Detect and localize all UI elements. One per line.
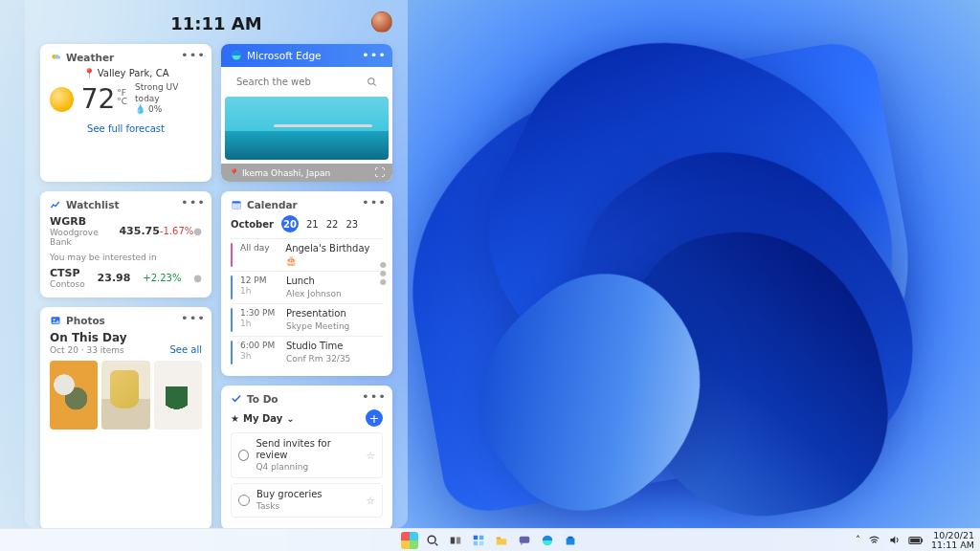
calendar-days[interactable]: October 20 21 22 23 xyxy=(231,215,383,232)
checkbox-icon[interactable] xyxy=(238,495,250,506)
edge-icon xyxy=(231,50,242,61)
edge-image xyxy=(225,97,389,160)
search-button[interactable] xyxy=(424,532,441,549)
photo-thumb[interactable] xyxy=(50,361,98,430)
more-icon[interactable]: ••• xyxy=(181,311,206,325)
svg-rect-23 xyxy=(922,539,923,542)
watchlist-widget[interactable]: Watchlist ••• WGRBWoodgrove Bank 435.75 … xyxy=(40,191,212,298)
edge-caption: Ikema Ohashi, Japan xyxy=(242,168,330,178)
todo-task[interactable]: Send invites for reviewQ4 planning ☆ xyxy=(231,432,383,478)
todo-title: To Do xyxy=(247,393,278,405)
svg-point-2 xyxy=(368,78,374,84)
todo-task[interactable]: Buy groceriesTasks ☆ xyxy=(231,483,383,518)
weather-precip: 💧 0% xyxy=(135,104,202,116)
widgets-panel: 11:11 AM Weather ••• 📍 Valley Park, CA 7… xyxy=(25,0,408,528)
svg-rect-16 xyxy=(497,537,501,539)
stocks-icon xyxy=(50,199,61,210)
calendar-icon xyxy=(231,199,242,210)
taskbar-datetime[interactable]: 10/20/2111:11 AM xyxy=(931,531,974,550)
user-avatar[interactable] xyxy=(371,11,392,33)
panel-clock: 11:11 AM xyxy=(170,13,261,33)
calendar-event[interactable]: All day Angela's Birthday 🎂 xyxy=(231,238,383,271)
volume-icon[interactable] xyxy=(888,534,901,546)
photos-sub: Oct 20 · 33 items xyxy=(50,345,124,355)
system-tray[interactable]: ˄ 10/20/2111:11 AM xyxy=(856,531,974,550)
calendar-event[interactable]: 6:00 PM3h Studio TimeConf Rm 32/35 xyxy=(231,336,383,368)
watchlist-hint: You may be interested in xyxy=(50,253,202,262)
forecast-link[interactable]: See full forecast xyxy=(50,123,202,134)
svg-rect-19 xyxy=(567,538,575,544)
svg-rect-11 xyxy=(457,537,460,543)
photos-title: Photos xyxy=(66,315,105,326)
weather-icon xyxy=(50,52,61,63)
more-icon[interactable]: ••• xyxy=(362,48,387,62)
svg-rect-13 xyxy=(479,535,483,539)
search-icon xyxy=(367,77,377,87)
checkbox-icon[interactable] xyxy=(238,450,249,461)
task-view-button[interactable] xyxy=(447,532,464,549)
svg-rect-22 xyxy=(910,538,920,541)
sun-icon xyxy=(50,87,74,112)
watchlist-title: Watchlist xyxy=(66,199,119,210)
more-icon[interactable]: ••• xyxy=(362,389,387,404)
taskbar-center xyxy=(401,532,579,549)
edge-widget[interactable]: Microsoft Edge ••• Search the web 📍 Ikem… xyxy=(221,44,392,182)
chevron-down-icon: ⌄ xyxy=(286,413,294,424)
photos-widget[interactable]: Photos ••• On This Day Oct 20 · 33 items… xyxy=(40,307,212,528)
more-icon[interactable]: ••• xyxy=(181,48,206,62)
svg-rect-17 xyxy=(520,536,530,542)
expand-icon[interactable]: ⛶ xyxy=(374,166,385,179)
svg-line-3 xyxy=(374,84,376,86)
weather-location: 📍 Valley Park, CA xyxy=(50,68,202,78)
edge-button[interactable] xyxy=(539,532,556,549)
calendar-widget[interactable]: Calendar ••• October 20 21 22 23 All day… xyxy=(221,191,392,376)
widgets-button[interactable] xyxy=(470,532,487,549)
more-icon[interactable]: ••• xyxy=(362,195,387,209)
ticker-row[interactable]: WGRBWoodgrove Bank 435.75 -1.67% ● xyxy=(50,215,202,247)
store-button[interactable] xyxy=(562,532,579,549)
svg-point-8 xyxy=(428,536,435,543)
svg-rect-14 xyxy=(474,540,478,544)
star-icon[interactable]: ☆ xyxy=(366,450,375,462)
chat-button[interactable] xyxy=(516,532,533,549)
add-task-button[interactable]: + xyxy=(366,409,383,427)
calendar-title: Calendar xyxy=(247,199,298,210)
svg-line-9 xyxy=(435,542,438,545)
svg-rect-12 xyxy=(474,535,478,539)
star-icon[interactable]: ☆ xyxy=(366,495,375,507)
calendar-event[interactable]: 1:30 PM1h PresentationSkype Meeting xyxy=(231,303,383,336)
start-button[interactable] xyxy=(401,532,418,549)
more-icon[interactable]: ••• xyxy=(181,195,206,209)
calendar-event[interactable]: 12 PM1h LunchAlex Johnson xyxy=(231,271,383,303)
svg-rect-10 xyxy=(451,537,455,543)
weather-widget[interactable]: Weather ••• 📍 Valley Park, CA 72 °F°C St… xyxy=(40,44,212,182)
taskbar: ˄ 10/20/2111:11 AM xyxy=(0,528,980,551)
svg-point-7 xyxy=(54,319,56,320)
edge-search-input[interactable]: Search the web xyxy=(229,73,385,91)
weather-uv: Strong UV today xyxy=(135,82,202,104)
weather-temp: 72 xyxy=(81,86,116,113)
wifi-icon[interactable] xyxy=(868,534,880,546)
svg-rect-5 xyxy=(233,204,241,209)
explorer-button[interactable] xyxy=(493,532,510,549)
ticker-row[interactable]: CTSPContoso 23.98 +2.23% ● xyxy=(50,267,202,289)
edge-title: Microsoft Edge xyxy=(247,50,322,61)
photo-thumb[interactable] xyxy=(101,361,149,430)
photo-thumb[interactable] xyxy=(154,361,202,430)
photos-heading: On This Day xyxy=(50,331,202,344)
weather-title: Weather xyxy=(66,52,114,63)
svg-rect-20 xyxy=(568,536,572,539)
svg-rect-15 xyxy=(479,540,483,544)
see-all-link[interactable]: See all xyxy=(169,344,202,355)
todo-icon xyxy=(231,393,242,405)
battery-icon[interactable] xyxy=(908,536,924,545)
tray-overflow-icon[interactable]: ˄ xyxy=(856,535,860,545)
todo-widget[interactable]: To Do ••• ★ My Day ⌄ + Send invites for … xyxy=(221,386,392,528)
photos-icon xyxy=(50,315,61,326)
myday-dropdown[interactable]: ★ My Day ⌄ xyxy=(231,413,295,424)
